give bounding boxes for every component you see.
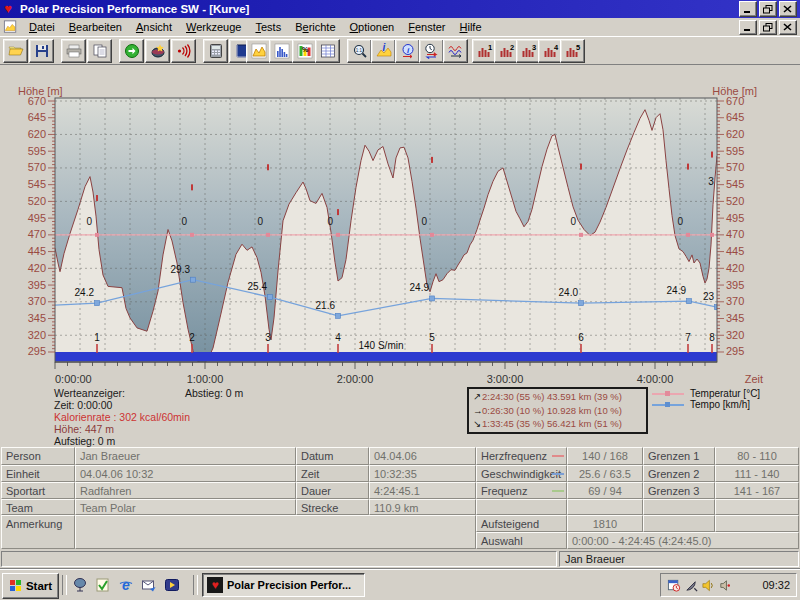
taskbar-polar-button[interactable]: ♥ Polar Precision Perfor... [202,573,365,597]
lap-number: 8 [709,332,715,343]
calculator-icon [208,43,224,59]
menu-bearbeiten[interactable]: Bearbeiten [62,19,129,35]
temperature-marker [95,233,99,237]
mail-quicklaunch-button[interactable] [140,576,158,594]
minimize-button[interactable] [739,1,757,17]
exercise-info-icon: i [400,43,416,59]
row-label: Grenzen 3 [643,482,715,499]
svg-text:5: 5 [575,43,579,52]
tempo-value-label: 23 [703,291,715,302]
lap-number: 6 [578,332,584,343]
tempo-value-label: 21.6 [316,300,336,311]
copy-icon [92,43,108,59]
percent-button[interactable]: % [292,39,317,63]
table-cell [643,499,715,515]
volume-tray-icon[interactable] [701,578,716,593]
save-button[interactable] [29,39,54,63]
lap-number: 3 [265,332,271,343]
table-button[interactable] [315,39,340,63]
svg-text:470: 470 [28,228,46,240]
zoom-button[interactable]: 1:1 [347,39,372,63]
selection-row: ↗2:24:30 (55 %) 43.591 km (39 %) [473,390,642,404]
series-color-dash [552,455,564,457]
menu-optionen[interactable]: Optionen [343,19,402,35]
volume2-tray-icon[interactable] [718,578,733,593]
lap-tick [711,344,713,353]
ie-quicklaunch-button[interactable]: e [117,576,135,594]
menu-fenster[interactable]: Fenster [401,19,452,35]
heart-rate-bar [55,352,717,362]
chart-annotation: 3 [708,176,714,187]
close-button[interactable] [779,1,797,17]
calculator-button[interactable] [203,39,228,63]
lap-tick [267,344,269,353]
compare-curves-icon [448,43,464,59]
menu-werkzeuge[interactable]: Werkzeuge [179,19,248,35]
distribution-button[interactable] [269,39,294,63]
temperature-marker [686,233,690,237]
temperature-value-label: 0 [181,216,187,227]
lap-tick [337,344,339,353]
svg-text:645: 645 [28,111,46,123]
dish-quicklaunch-button[interactable] [71,576,89,594]
row-label: Zeit [296,465,369,482]
menu-berichte[interactable]: Berichte [288,19,342,35]
svg-text:4: 4 [553,43,558,52]
svg-text:395: 395 [28,279,46,291]
lap-tick [580,344,582,353]
svg-text:370: 370 [28,295,46,307]
task-check-quicklaunch-button[interactable] [94,576,112,594]
restore-button[interactable] [759,20,777,35]
temperature-marker [336,233,340,237]
value-abstieg: Abstieg: 0 m [185,387,243,399]
lap-tick [431,344,433,353]
row-label: Sportart [1,482,75,499]
row-label: Frequenz [476,482,567,499]
curve-button[interactable] [246,39,271,63]
start-button[interactable]: Start [2,573,59,599]
scheduler-tray-icon[interactable] [667,578,682,593]
selection-text: 1:33:45 (35 %) 56.421 km (51 %) [482,417,622,431]
altitude-chart[interactable]: 000000024.229.325.421.624.924.024.923123… [0,78,800,390]
device-button[interactable] [145,39,170,63]
curve-icon [251,43,267,59]
tempo-value-label: 24.2 [75,287,95,298]
chart-5-button[interactable]: 5 [560,39,585,63]
lap-mark [96,195,98,201]
anmerkung-value [75,515,476,549]
row-label: Dauer [296,482,369,499]
row-label: Team [1,499,75,515]
titlebar[interactable]: ♥ Polar Precision Performance SW - [Kurv… [0,0,800,18]
menu-ansicht[interactable]: Ansicht [129,19,179,35]
statusbar-user-panel: Jan Braeuer [559,551,799,567]
open-button[interactable] [3,39,28,63]
restore-button[interactable] [759,1,777,17]
close-button[interactable] [779,20,797,35]
media-quicklaunch-button[interactable] [163,576,181,594]
print-button[interactable] [61,39,86,63]
trend-arrow-icon: ↘ [473,417,482,431]
svg-text:570: 570 [726,161,744,173]
svg-text:495: 495 [28,212,46,224]
minimize-button[interactable] [739,20,757,35]
copy-button[interactable] [87,39,112,63]
table-cell [643,515,715,532]
taskbar-separator [193,575,198,595]
svg-text:%: % [301,46,308,53]
menu-tests[interactable]: Tests [248,19,288,35]
exercise-info-button[interactable]: i [395,39,420,63]
toolbar: %1:1ii12345 [0,36,800,65]
compare-curves-button[interactable] [443,39,468,63]
infrared-button[interactable] [171,39,196,63]
kurve-document-icon[interactable] [3,20,18,34]
menu-hilfe[interactable]: Hilfe [453,19,489,35]
tray-clock[interactable]: 09:32 [762,579,790,591]
time-distance-button[interactable] [419,39,444,63]
curve-info-button[interactable]: i [371,39,396,63]
table-cell [715,515,799,532]
ie-icon: e [118,577,134,593]
transfer-button[interactable] [119,39,144,63]
row-value: 04.04.06 10:32 [75,465,296,482]
menu-datei[interactable]: Datei [22,19,62,35]
antenna-tray-icon[interactable] [684,578,699,593]
